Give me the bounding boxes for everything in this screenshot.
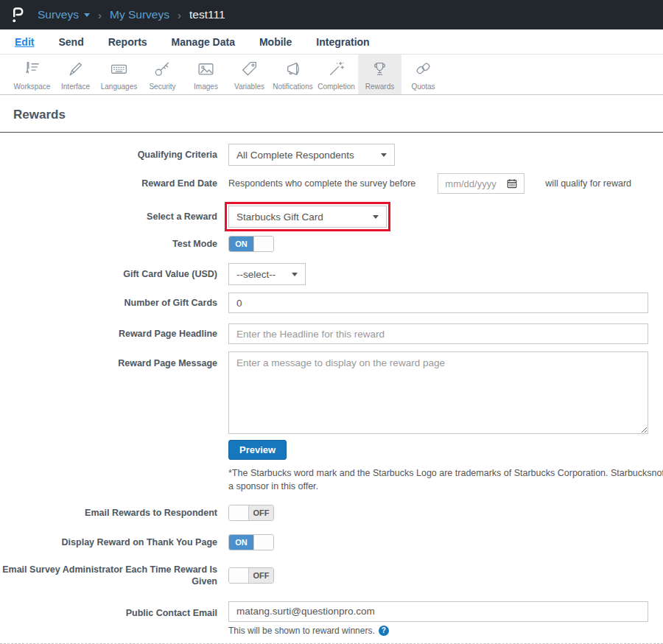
message-label: Reward Page Message: [0, 351, 228, 369]
contact-email-row: Public Contact Email This will be shown …: [0, 601, 663, 636]
qualifying-criteria-select[interactable]: All Complete Respondents: [228, 144, 395, 166]
test-mode-label: Test Mode: [0, 238, 228, 250]
tab-manage-data[interactable]: Manage Data: [172, 36, 235, 48]
end-date-placeholder: mm/dd/yyyy: [445, 178, 496, 189]
contact-email-input[interactable]: [228, 601, 648, 622]
select-reward-value: Starbucks Gift Card: [236, 211, 323, 223]
email-rewards-label: Email Rewards to Respondent: [0, 507, 228, 519]
nav-tabs: Edit Send Reports Manage Data Mobile Int…: [0, 29, 663, 55]
trophy-icon: [371, 68, 389, 80]
toolbar-item-label: Rewards: [358, 83, 401, 91]
tab-reports[interactable]: Reports: [108, 36, 147, 48]
tab-send[interactable]: Send: [58, 36, 83, 48]
test-mode-row: Test Mode ON: [0, 236, 663, 252]
select-reward-row: Select a Reward Starbucks Gift Card: [0, 202, 663, 231]
page-title: Rewards: [13, 108, 663, 122]
help-question-icon[interactable]: ?: [379, 626, 389, 636]
message-row: Reward Page Message Preview *The Starbuc…: [0, 351, 663, 493]
key-icon: [153, 68, 172, 80]
breadcrumb-my-surveys[interactable]: My Surveys: [110, 8, 169, 21]
qualifying-criteria-label: Qualifying Criteria: [0, 149, 228, 161]
breadcrumb-survey-name: test111: [189, 8, 225, 21]
dropdown-arrow-icon: [381, 153, 387, 157]
tab-mobile[interactable]: Mobile: [259, 36, 292, 48]
email-rewards-row: Email Rewards to Respondent OFF: [0, 505, 663, 521]
starbucks-disclaimer-text: *The Starbucks word mark and the Starbuc…: [228, 467, 663, 493]
top-header: Surveys › My Surveys › test111: [0, 0, 663, 29]
toolbar-item-workspace[interactable]: Workspace: [10, 55, 54, 94]
reward-end-date-row: Reward End Date Respondents who complete…: [0, 173, 663, 194]
num-gift-cards-input[interactable]: [228, 293, 648, 313]
display-reward-label: Display Reward on Thank You Page: [0, 536, 228, 548]
end-date-suffix-text: will qualify for reward: [545, 178, 631, 189]
display-reward-row: Display Reward on Thank You Page ON: [0, 534, 663, 550]
select-reward-select[interactable]: Starbucks Gift Card: [228, 206, 387, 228]
headline-input[interactable]: [228, 323, 648, 344]
dropdown-arrow-icon: [373, 215, 379, 219]
calendar-icon: [507, 178, 517, 189]
title-divider: [0, 132, 663, 133]
qualifying-criteria-row: Qualifying Criteria All Complete Respond…: [0, 144, 663, 166]
breadcrumb-surveys[interactable]: Surveys: [38, 8, 90, 21]
contact-email-label: Public Contact Email: [0, 601, 228, 619]
reward-end-date-label: Reward End Date: [0, 178, 228, 189]
test-mode-toggle[interactable]: ON: [228, 236, 274, 252]
breadcrumb-surveys-label: Surveys: [38, 8, 79, 21]
email-admin-label: Email Survey Administrator Each Time Rew…: [0, 564, 228, 588]
select-reward-label: Select a Reward: [0, 211, 228, 223]
toggle-off-label: OFF: [249, 505, 273, 520]
num-gift-cards-label: Number of Gift Cards: [0, 297, 228, 309]
dropdown-arrow-icon: [292, 273, 298, 276]
toolbar-item-label: Languages: [97, 83, 141, 91]
message-textarea[interactable]: [228, 351, 648, 434]
chain-links-icon: [414, 68, 432, 80]
breadcrumb-separator-icon: ›: [178, 9, 181, 21]
toggle-knob: [253, 237, 273, 251]
toolbar-item-variables[interactable]: Variables: [228, 55, 271, 94]
toggle-knob: [253, 535, 273, 550]
end-date-prefix-text: Respondents who complete the survey befo…: [228, 178, 415, 189]
toolbar-item-label: Notifications: [271, 83, 315, 91]
toggle-knob: [229, 505, 249, 520]
toolbar-item-label: Images: [184, 83, 228, 91]
toolbar-item-interface[interactable]: Interface: [54, 55, 97, 94]
toolbar-item-rewards[interactable]: Rewards: [358, 55, 401, 94]
toolbar-item-label: Completion: [315, 83, 358, 91]
gift-card-value-select[interactable]: --select--: [228, 263, 306, 285]
toggle-off-label: OFF: [249, 568, 273, 583]
contact-email-helper-text: This will be shown to reward winners.: [228, 626, 375, 636]
toolbar-item-label: Variables: [228, 83, 271, 91]
email-rewards-toggle[interactable]: OFF: [228, 505, 274, 521]
toggle-knob: [229, 568, 249, 583]
toolbar-item-security[interactable]: Security: [141, 55, 184, 94]
toolbar-item-label: Workspace: [10, 83, 54, 91]
rewards-form: Qualifying Criteria All Complete Respond…: [0, 144, 663, 644]
questionpro-logo-icon[interactable]: [10, 6, 26, 24]
tab-integration[interactable]: Integration: [316, 36, 369, 48]
display-reward-toggle[interactable]: ON: [228, 534, 274, 550]
headline-label: Reward Page Headline: [0, 328, 228, 340]
pen-and-lines-icon: [23, 68, 41, 80]
gift-card-value-label: Gift Card Value (USD): [0, 268, 228, 280]
toggle-on-label: ON: [229, 535, 253, 550]
preview-button[interactable]: Preview: [228, 440, 287, 460]
num-gift-cards-row: Number of Gift Cards: [0, 293, 663, 313]
megaphone-icon: [284, 68, 302, 80]
toggle-on-label: ON: [229, 237, 253, 251]
tag-icon: [240, 68, 259, 80]
toolbar-item-images[interactable]: Images: [184, 55, 228, 94]
email-admin-toggle[interactable]: OFF: [228, 567, 274, 584]
end-date-input[interactable]: mm/dd/yyyy: [438, 173, 525, 194]
breadcrumb-separator-icon: ›: [98, 9, 102, 21]
picture-icon: [197, 68, 215, 80]
toolbar-item-completion[interactable]: Completion: [315, 55, 358, 94]
chevron-down-icon: [84, 13, 90, 17]
headline-row: Reward Page Headline: [0, 323, 663, 344]
toolbar-item-notifications[interactable]: Notifications: [271, 55, 315, 94]
toolbar-item-languages[interactable]: Languages: [97, 55, 141, 94]
toolbar-item-label: Security: [141, 83, 184, 91]
tab-edit[interactable]: Edit: [15, 36, 34, 48]
toolbar-item-quotas[interactable]: Quotas: [401, 55, 445, 94]
dashed-divider: [0, 643, 663, 644]
red-highlight-box: Starbucks Gift Card: [225, 202, 390, 231]
